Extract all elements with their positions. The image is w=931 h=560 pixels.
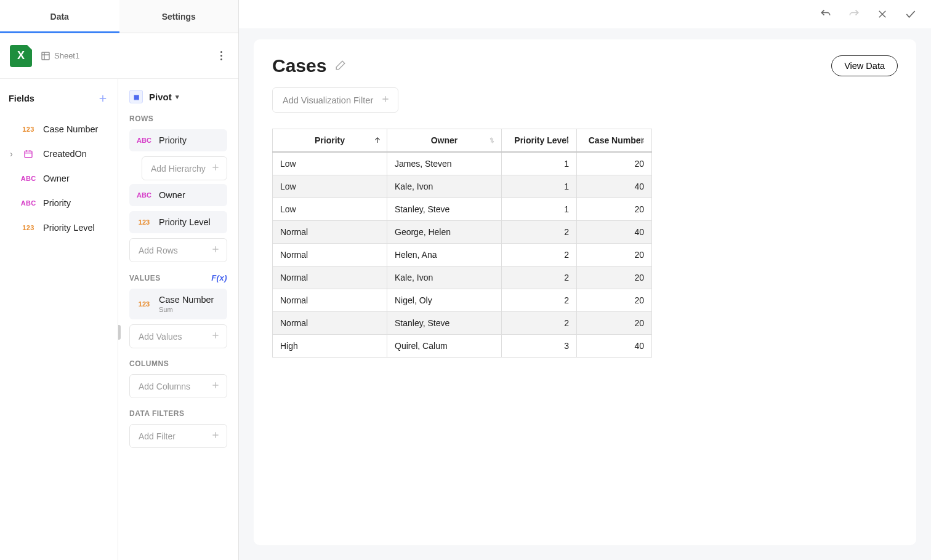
row-token-label: Priority Level [159, 217, 211, 227]
add-hierarchy-slot[interactable]: Add Hierarchy [142, 156, 227, 180]
cell-case-number: 40 [577, 221, 652, 244]
visualization-canvas: Cases View Data Add Visualization Filter… [254, 39, 916, 545]
cell-priority-level: 2 [502, 244, 577, 266]
cell-priority: Normal [273, 244, 387, 266]
text-type-icon: ABC [21, 199, 36, 207]
cell-owner: Stanley, Steve [387, 312, 502, 335]
column-header-label: Case Number [589, 135, 644, 145]
field-item[interactable]: ›CreatedOn [9, 142, 111, 166]
table-row: LowKale, Ivon140 [273, 175, 652, 198]
cell-priority: Normal [273, 266, 387, 289]
values-section-label: VALUES F(x) [129, 273, 227, 282]
add-rows-slot[interactable]: Add Rows [129, 238, 227, 262]
cell-priority-level: 2 [502, 221, 577, 244]
cell-priority: Low [273, 175, 387, 198]
field-item[interactable]: ABCOwner [9, 166, 111, 191]
pivot-config-panel: ▦ Pivot ▾ ROWS ABCPriorityAdd HierarchyA… [118, 79, 238, 560]
cell-priority-level: 1 [502, 152, 577, 175]
value-token-agg: Sum [159, 306, 214, 313]
text-type-icon: ABC [137, 191, 151, 199]
add-filter-slot[interactable]: Add Filter [129, 424, 227, 448]
column-header-priority[interactable]: Priority [273, 129, 387, 153]
plus-icon [97, 93, 108, 104]
column-header-plevel[interactable]: Priority Level [502, 129, 577, 153]
source-more-menu[interactable] [214, 49, 228, 63]
column-header-label: Priority [315, 135, 345, 145]
sheet-selector[interactable]: Sheet1 [41, 51, 79, 61]
table-row: NormalGeorge, Helen240 [273, 221, 652, 244]
add-field-button[interactable] [94, 90, 111, 107]
data-filters-section-label: DATA FILTERS [129, 409, 227, 418]
cell-priority: Low [273, 152, 387, 175]
redo-button[interactable] [847, 7, 861, 21]
chevron-down-icon: ▾ [175, 93, 179, 101]
visualization-title: Cases [272, 55, 326, 76]
field-item[interactable]: 123Case Number [9, 117, 111, 142]
field-label: Priority Level [43, 223, 95, 233]
cell-priority-level: 1 [502, 175, 577, 198]
add-columns-slot[interactable]: Add Columns [129, 374, 227, 398]
table-row: NormalHelen, Ana220 [273, 244, 652, 266]
edit-title-button[interactable] [335, 60, 346, 73]
fields-title: Fields [9, 94, 34, 103]
value-token[interactable]: 123Case NumberSum [129, 289, 227, 319]
chevron-right-icon: › [10, 149, 16, 159]
cell-case-number: 20 [577, 312, 652, 335]
add-hierarchy-label: Add Hierarchy [151, 164, 206, 174]
undo-button[interactable] [819, 7, 832, 21]
config-tabs: Data Settings [0, 0, 238, 33]
pencil-icon [335, 60, 346, 71]
svg-rect-5 [25, 151, 32, 158]
table-row: NormalNigel, Oly220 [273, 289, 652, 312]
confirm-button[interactable] [904, 7, 917, 21]
row-token[interactable]: 123Priority Level [129, 211, 227, 233]
numeric-type-icon: 123 [21, 126, 36, 133]
add-visualization-filter-button[interactable]: Add Visualization Filter [272, 87, 398, 113]
column-header-casenum[interactable]: Case Number [577, 129, 652, 153]
plus-icon [211, 330, 220, 342]
pivot-table: PriorityOwnerPriority LevelCase Number L… [272, 129, 652, 358]
value-token-label: Case Number [159, 295, 214, 305]
tab-data[interactable]: Data [0, 0, 119, 33]
cell-case-number: 40 [577, 335, 652, 358]
sort-icon [638, 136, 647, 145]
cell-priority: Normal [273, 221, 387, 244]
row-token[interactable]: ABCOwner [129, 184, 227, 206]
cell-priority-level: 2 [502, 266, 577, 289]
scroll-handle[interactable] [118, 325, 121, 340]
tab-settings[interactable]: Settings [119, 0, 239, 33]
table-row: NormalStanley, Steve220 [273, 312, 652, 335]
add-values-slot[interactable]: Add Values [129, 324, 227, 348]
add-columns-label: Add Columns [139, 382, 190, 391]
view-data-label: View Data [844, 61, 885, 71]
field-item[interactable]: 123Priority Level [9, 215, 111, 240]
cell-priority: Low [273, 198, 387, 221]
cell-priority: Normal [273, 312, 387, 335]
numeric-type-icon: 123 [21, 224, 36, 231]
row-token[interactable]: ABCPriority [129, 129, 227, 151]
column-header-owner[interactable]: Owner [387, 129, 502, 153]
cell-owner: Helen, Ana [387, 244, 502, 266]
text-type-icon: ABC [21, 175, 36, 182]
table-row: LowJames, Steven120 [273, 152, 652, 175]
add-viz-filter-label: Add Visualization Filter [283, 95, 373, 105]
field-item[interactable]: ABCPriority [9, 191, 111, 215]
column-header-label: Priority Level [514, 135, 569, 145]
add-filter-label: Add Filter [139, 431, 175, 441]
fx-button[interactable]: F(x) [211, 273, 227, 282]
numeric-type-icon: 123 [137, 218, 151, 226]
plus-icon [381, 94, 390, 106]
field-label: Case Number [43, 124, 98, 134]
view-data-button[interactable]: View Data [831, 55, 898, 76]
pivot-label: Pivot [149, 92, 172, 102]
close-button[interactable] [876, 7, 889, 21]
add-values-label: Add Values [139, 332, 182, 342]
cell-case-number: 20 [577, 289, 652, 312]
editor-toolbar [239, 0, 931, 28]
visualization-type-selector[interactable]: ▦ Pivot ▾ [129, 90, 227, 103]
cell-priority: Normal [273, 289, 387, 312]
sort-icon [563, 136, 571, 145]
tab-settings-label: Settings [162, 12, 196, 22]
cell-owner: Stanley, Steve [387, 198, 502, 221]
plus-icon [211, 380, 220, 392]
